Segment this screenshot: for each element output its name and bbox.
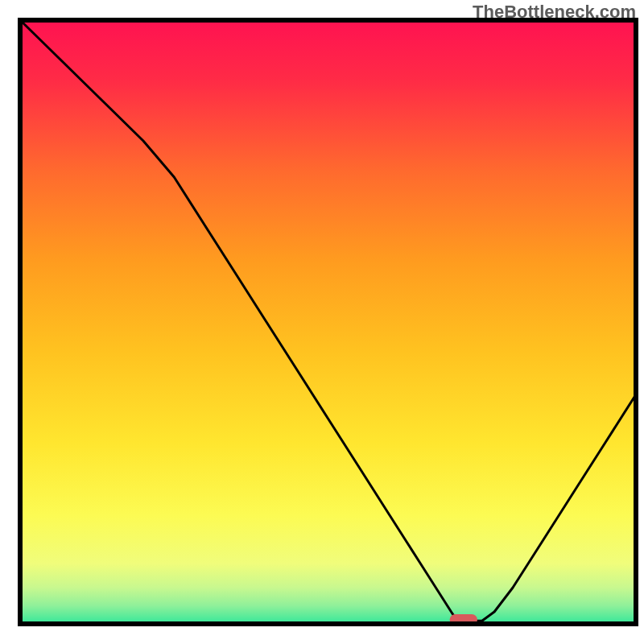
chart-container: TheBottleneck.com xyxy=(0,0,644,644)
bottleneck-chart xyxy=(0,0,644,644)
watermark-label: TheBottleneck.com xyxy=(473,2,636,23)
